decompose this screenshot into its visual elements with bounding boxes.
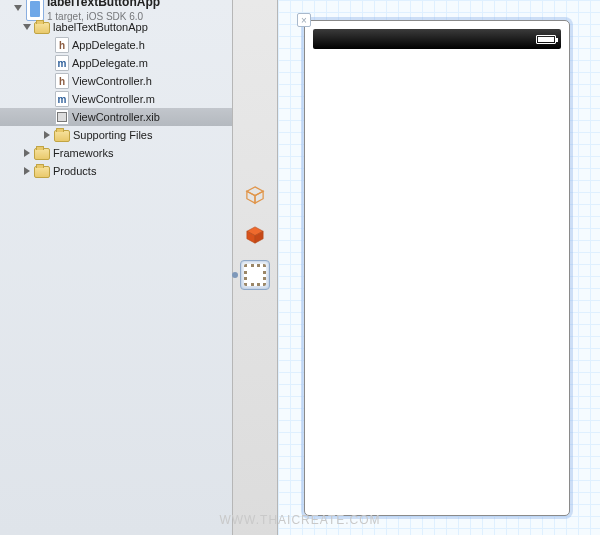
xib-file-icon <box>55 109 69 125</box>
spacer-icon <box>44 59 51 67</box>
solid-cube-icon <box>245 225 265 245</box>
disclosure-triangle-icon[interactable] <box>24 149 30 157</box>
project-navigator[interactable]: labelTextButtonApp 1 target, iOS SDK 6.0… <box>0 0 233 535</box>
group-label: Frameworks <box>53 147 114 159</box>
svg-marker-0 <box>247 187 263 196</box>
group-label: Products <box>53 165 96 177</box>
file-tree: labelTextButtonApp h AppDelegate.h m App… <box>0 18 232 180</box>
file-row-appdelegate-m[interactable]: m AppDelegate.m <box>0 54 232 72</box>
group-row-supporting-files[interactable]: Supporting Files <box>0 126 232 144</box>
file-label: AppDelegate.h <box>72 39 145 51</box>
file-label: ViewController.m <box>72 93 155 105</box>
project-subtitle: 1 target, iOS SDK 6.0 <box>47 11 160 22</box>
simulated-status-bar <box>313 29 561 49</box>
impl-file-icon: m <box>55 91 69 107</box>
folder-icon <box>54 130 70 142</box>
svg-marker-2 <box>255 191 263 203</box>
svg-marker-1 <box>247 191 255 203</box>
file-row-viewcontroller-h[interactable]: h ViewController.h <box>0 72 232 90</box>
view-icon <box>244 264 266 286</box>
wire-cube-icon <box>245 185 265 205</box>
spacer-icon <box>44 113 51 121</box>
spacer-icon <box>44 95 51 103</box>
group-row-frameworks[interactable]: Frameworks <box>0 144 232 162</box>
xcode-window: labelTextButtonApp 1 target, iOS SDK 6.0… <box>0 0 600 535</box>
spacer-icon <box>44 41 51 49</box>
spacer-icon <box>44 77 51 85</box>
battery-icon <box>536 35 556 44</box>
device-view[interactable]: × <box>304 20 570 516</box>
folder-icon <box>34 22 50 34</box>
ib-dock <box>233 0 278 535</box>
file-label: ViewController.xib <box>72 111 160 123</box>
file-row-appdelegate-h[interactable]: h AppDelegate.h <box>0 36 232 54</box>
close-handle-icon[interactable]: × <box>297 13 311 27</box>
project-title-block: labelTextButtonApp 1 target, iOS SDK 6.0 <box>47 0 160 22</box>
impl-file-icon: m <box>55 55 69 71</box>
file-row-viewcontroller-m[interactable]: m ViewController.m <box>0 90 232 108</box>
folder-icon <box>34 148 50 160</box>
ib-canvas[interactable]: × <box>278 0 600 535</box>
project-name: labelTextButtonApp <box>47 0 160 10</box>
dock-item-first-responder[interactable] <box>240 220 270 250</box>
file-row-viewcontroller-xib[interactable]: ViewController.xib <box>0 108 232 126</box>
folder-icon <box>34 166 50 178</box>
header-file-icon: h <box>55 37 69 53</box>
disclosure-triangle-icon[interactable] <box>24 167 30 175</box>
group-label: labelTextButtonApp <box>53 21 148 33</box>
file-label: AppDelegate.m <box>72 57 148 69</box>
file-label: ViewController.h <box>72 75 152 87</box>
group-label: Supporting Files <box>73 129 153 141</box>
dock-item-view[interactable] <box>240 260 270 290</box>
xcodeproj-icon <box>26 0 44 21</box>
header-file-icon: h <box>55 73 69 89</box>
dock-item-files-owner[interactable] <box>240 180 270 210</box>
disclosure-triangle-icon[interactable] <box>44 131 50 139</box>
disclosure-triangle-icon[interactable] <box>23 24 31 30</box>
group-row-products[interactable]: Products <box>0 162 232 180</box>
disclosure-triangle-icon[interactable] <box>14 5 22 15</box>
project-root-row[interactable]: labelTextButtonApp 1 target, iOS SDK 6.0 <box>0 0 232 18</box>
